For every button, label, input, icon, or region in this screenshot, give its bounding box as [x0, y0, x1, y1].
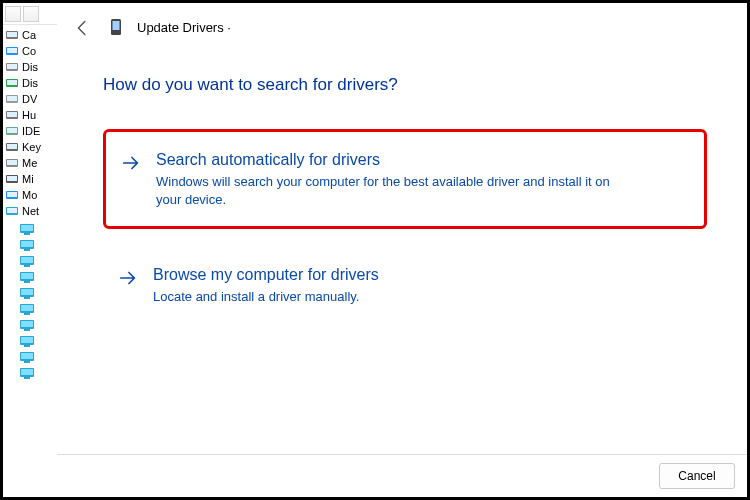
monitor-icon	[19, 223, 35, 235]
svg-rect-53	[24, 377, 30, 379]
svg-rect-26	[24, 233, 30, 235]
svg-rect-55	[113, 21, 120, 30]
device-category[interactable]: Net	[3, 203, 57, 219]
svg-rect-11	[7, 112, 17, 117]
svg-rect-44	[24, 329, 30, 331]
svg-rect-5	[7, 64, 17, 69]
device-category-label: Hu	[22, 109, 36, 121]
network-adapter-item[interactable]	[3, 269, 57, 285]
device-category-icon	[5, 45, 19, 57]
device-category[interactable]: Mo	[3, 187, 57, 203]
option-description: Windows will search your computer for th…	[156, 173, 636, 208]
arrow-right-icon	[120, 152, 142, 174]
device-category[interactable]: Key	[3, 139, 57, 155]
svg-rect-13	[7, 128, 17, 133]
monitor-icon	[19, 367, 35, 379]
svg-rect-28	[21, 241, 33, 247]
svg-rect-31	[21, 257, 33, 263]
device-category-label: Mi	[22, 173, 34, 185]
device-category-icon	[5, 61, 19, 73]
device-category-label: Me	[22, 157, 37, 169]
device-category[interactable]: Ca	[3, 27, 57, 43]
network-adapter-item[interactable]	[3, 317, 57, 333]
svg-rect-52	[21, 369, 33, 375]
device-category[interactable]: Dis	[3, 75, 57, 91]
monitor-icon	[19, 255, 35, 267]
update-drivers-wizard: Update Drivers · How do you want to sear…	[57, 3, 747, 497]
svg-rect-19	[7, 176, 17, 181]
svg-rect-7	[7, 80, 17, 85]
svg-rect-46	[21, 337, 33, 343]
device-category-label: Dis	[22, 61, 38, 73]
svg-rect-9	[7, 96, 17, 101]
device-category-icon	[5, 189, 19, 201]
device-category-icon	[5, 109, 19, 121]
svg-rect-43	[21, 321, 33, 327]
network-adapter-item[interactable]	[3, 301, 57, 317]
svg-rect-15	[7, 144, 17, 149]
svg-rect-35	[24, 281, 30, 283]
svg-rect-50	[24, 361, 30, 363]
back-button[interactable]	[71, 15, 95, 39]
svg-rect-37	[21, 289, 33, 295]
svg-rect-34	[21, 273, 33, 279]
device-category-label: Key	[22, 141, 41, 153]
arrow-left-icon	[72, 17, 94, 39]
wizard-title: Update Drivers ·	[137, 20, 231, 35]
monitor-icon	[19, 271, 35, 283]
device-category[interactable]: Co	[3, 43, 57, 59]
network-adapter-item[interactable]	[3, 221, 57, 237]
svg-rect-25	[21, 225, 33, 231]
device-category-icon	[5, 29, 19, 41]
network-adapter-item[interactable]	[3, 237, 57, 253]
svg-rect-1	[7, 32, 17, 37]
network-adapter-item[interactable]	[3, 285, 57, 301]
option-search-automatically[interactable]: Search automatically for driversWindows …	[103, 129, 707, 229]
device-category[interactable]: DV	[3, 91, 57, 107]
device-manager-toolbar	[3, 3, 57, 25]
toolbar-button[interactable]	[5, 6, 21, 22]
device-category-label: IDE	[22, 125, 40, 137]
network-adapter-item[interactable]	[3, 365, 57, 381]
svg-rect-17	[7, 160, 17, 165]
arrow-right-icon	[117, 267, 139, 289]
device-category-label: Ca	[22, 29, 36, 41]
option-title: Search automatically for drivers	[156, 150, 636, 169]
toolbar-button[interactable]	[23, 6, 39, 22]
device-category-icon	[5, 93, 19, 105]
device-category-icon	[5, 77, 19, 89]
device-category-label: Co	[22, 45, 36, 57]
wizard-header: Update Drivers ·	[57, 3, 747, 47]
monitor-icon	[19, 287, 35, 299]
device-category-icon	[5, 173, 19, 185]
network-adapter-item[interactable]	[3, 333, 57, 349]
network-adapters-list	[3, 221, 57, 381]
option-title: Browse my computer for drivers	[153, 265, 379, 284]
device-manager-sidebar: CaCoDisDisDVHuIDEKeyMeMiMoNet	[3, 3, 57, 497]
cancel-button[interactable]: Cancel	[659, 463, 735, 489]
svg-rect-47	[24, 345, 30, 347]
option-text: Search automatically for driversWindows …	[156, 150, 636, 208]
device-category-icon	[5, 125, 19, 137]
device-category[interactable]: Hu	[3, 107, 57, 123]
svg-rect-40	[21, 305, 33, 311]
network-adapter-item[interactable]	[3, 253, 57, 269]
device-category[interactable]: Mi	[3, 171, 57, 187]
device-category-icon	[5, 141, 19, 153]
device-category-icon	[5, 205, 19, 217]
svg-rect-3	[7, 48, 17, 53]
device-category[interactable]: Dis	[3, 59, 57, 75]
svg-rect-21	[7, 192, 17, 197]
device-category[interactable]: Me	[3, 155, 57, 171]
device-category-icon	[5, 157, 19, 169]
svg-rect-32	[24, 265, 30, 267]
monitor-icon	[19, 351, 35, 363]
svg-rect-38	[24, 297, 30, 299]
monitor-icon	[19, 239, 35, 251]
svg-rect-29	[24, 249, 30, 251]
svg-rect-23	[7, 208, 17, 213]
option-browse-computer[interactable]: Browse my computer for driversLocate and…	[103, 247, 707, 324]
network-adapter-item[interactable]	[3, 349, 57, 365]
device-category[interactable]: IDE	[3, 123, 57, 139]
monitor-icon	[19, 335, 35, 347]
